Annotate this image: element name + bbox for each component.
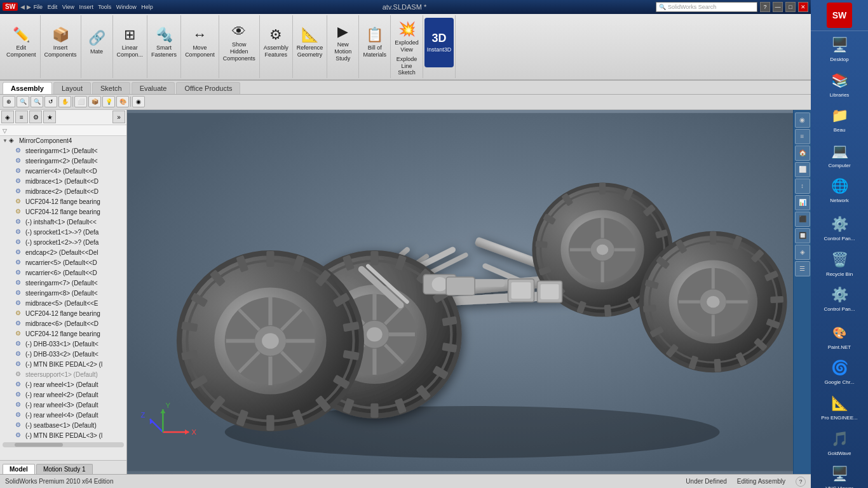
- tree-item-12[interactable]: ⚙ rwcarrier<5> (Default<<D: [0, 258, 126, 268]
- taskbar-recycle-bin[interactable]: 🗑️ Recycle Bin: [814, 246, 865, 281]
- taskbar-pro-engineer[interactable]: 📐 Pro ENGINEE...: [814, 390, 865, 425]
- tree-item-10[interactable]: ⚙ (-) sprocket1<2>->? (Defa: [0, 238, 126, 248]
- tree-item-4[interactable]: ⚙ midbrace<1> (Default<<D: [0, 177, 126, 187]
- search-input[interactable]: 🔍 SolidWorks Search: [656, 2, 757, 12]
- view-orientation-button[interactable]: 📦: [88, 96, 101, 107]
- feature-tree[interactable]: ▼ ◈ MirrorComponent4 ⚙ steeringarm<1> (D…: [0, 136, 126, 460]
- smart-fasteners-button[interactable]: 🔩 SmartFasteners: [149, 18, 179, 67]
- view-tool-8[interactable]: 🔲: [795, 228, 810, 243]
- 3d-viewport[interactable]: X Z Y ◉ ≡ 🏠 ⬜ ↕ 📊: [127, 110, 811, 474]
- tree-item-5[interactable]: ⚙ midbrace<2> (Default<<D: [0, 187, 126, 197]
- tree-item-7[interactable]: ⚙ UCF204-12 flange bearing: [0, 207, 126, 217]
- tree-item-6[interactable]: ⚙ UCF204-12 flange bearing: [0, 197, 126, 207]
- zoom-out-button[interactable]: 🔍: [31, 96, 43, 107]
- model-tab[interactable]: Model: [3, 464, 35, 474]
- tree-item-11[interactable]: ⚙ endcap<2> (Default<<Del: [0, 248, 126, 258]
- tab-office-products[interactable]: Office Products: [176, 82, 240, 94]
- taskbar-chrome[interactable]: 🌀 Google Chr...: [814, 354, 865, 390]
- tree-item-24[interactable]: ⚙ (-) rear wheel<1> (Default: [0, 380, 126, 390]
- tree-item-26[interactable]: ⚙ (-) rear wheel<3> (Default: [0, 400, 126, 410]
- close-button[interactable]: ✕: [798, 2, 808, 12]
- reference-geometry-button[interactable]: 📐 ReferenceGeometry: [294, 18, 326, 67]
- taskbar-computer[interactable]: 💻 Computer: [814, 137, 865, 173]
- tree-item-3[interactable]: ⚙ rwcarrier<4> (Default<<D: [0, 166, 126, 177]
- assembly-features-button[interactable]: ⚙ AssemblyFeatures: [261, 18, 291, 67]
- zoom-in-button[interactable]: 🔍: [17, 96, 29, 107]
- taskbar-libraries[interactable]: 📚 Libraries: [814, 67, 865, 102]
- lights-button[interactable]: 💡: [102, 96, 115, 107]
- show-hidden-button[interactable]: 👁 ShowHiddenComponents: [220, 18, 258, 67]
- tree-item-23[interactable]: ⚙ steersupport<1> (Default): [0, 370, 126, 380]
- taskbar-control-panel-2[interactable]: ⚙️ Control Pan...: [814, 281, 865, 316]
- mate-button[interactable]: 🔗 Mate: [83, 18, 111, 67]
- tab-sketch[interactable]: Sketch: [92, 82, 130, 94]
- rotate-button[interactable]: ↺: [44, 96, 57, 107]
- tree-item-15[interactable]: ⚙ steeringarm<8> (Default<: [0, 288, 126, 299]
- beau-label: Beau: [834, 127, 846, 133]
- tree-item-1[interactable]: ⚙ steeringarm<1> (Default<: [0, 146, 126, 156]
- explode-line-button[interactable]: ExplodeLineSketch: [393, 57, 421, 76]
- linear-component-button[interactable]: ⊞ LinearCompon...: [114, 18, 146, 67]
- property-manager-button[interactable]: ≡: [15, 111, 28, 123]
- taskbar-desktop[interactable]: 🖥️ Desktop: [814, 31, 865, 67]
- pan-button[interactable]: ✋: [58, 96, 71, 107]
- section-view-button[interactable]: ◉: [132, 96, 145, 107]
- view-tool-3[interactable]: 🏠: [795, 146, 810, 161]
- help-button[interactable]: ?: [760, 2, 770, 12]
- tree-item-19[interactable]: ⚙ UCF204-12 flange bearing: [0, 329, 126, 339]
- tab-evaluate[interactable]: Evaluate: [132, 82, 175, 94]
- tree-item-17[interactable]: ⚙ UCF204-12 flange bearing: [0, 309, 126, 319]
- tree-item-21[interactable]: ⚙ (-) DHB-033<2> (Default<: [0, 349, 126, 360]
- tree-item-0[interactable]: ▼ ◈ MirrorComponent4: [0, 136, 126, 146]
- tree-item-22[interactable]: ⚙ (-) MTN BIKE PEDAL<2> (l: [0, 360, 126, 370]
- help-icon[interactable]: ?: [796, 477, 806, 487]
- tree-item-16[interactable]: ⚙ midbrace<5> (Default<<E: [0, 299, 126, 309]
- horizontal-scrollbar[interactable]: [3, 442, 124, 447]
- view-tool-7[interactable]: ⬛: [795, 212, 810, 227]
- taskbar-control-panel[interactable]: ⚙️ Control Pan...: [814, 210, 865, 246]
- zoom-to-fit-button[interactable]: ⊕: [3, 96, 15, 107]
- motion-study-tab[interactable]: Motion Study 1: [36, 464, 93, 474]
- expand-panel-button[interactable]: »: [112, 111, 125, 123]
- tree-item-20[interactable]: ⚙ (-) DHB-033<1> (Default<: [0, 339, 126, 349]
- tree-item-29[interactable]: ⚙ (-) MTN BIKE PEDAL<3> (l: [0, 431, 126, 441]
- view-tool-10[interactable]: ☰: [795, 261, 810, 276]
- view-tool-2[interactable]: ≡: [795, 129, 810, 144]
- tree-item-9[interactable]: ⚙ (-) sprocket1<1>->? (Defa: [0, 227, 126, 238]
- windows-start-logo[interactable]: SW: [827, 3, 852, 28]
- taskbar-network[interactable]: 🌐 Network: [814, 172, 865, 208]
- exploded-view-button[interactable]: 💥 ExplodedView: [392, 18, 421, 57]
- tree-item-27[interactable]: ⚙ (-) rear wheel<4> (Default: [0, 410, 126, 421]
- taskbar-beau[interactable]: 📁 Beau: [814, 102, 865, 137]
- bill-of-materials-button[interactable]: 📋 Bill ofMaterials: [360, 18, 389, 67]
- config-manager-button[interactable]: ⚙: [29, 111, 42, 123]
- maximize-button[interactable]: □: [785, 2, 796, 12]
- minimize-button[interactable]: —: [773, 2, 783, 12]
- favorites-button[interactable]: ★: [43, 111, 56, 123]
- taskbar-paint-net[interactable]: 🎨 Paint.NET: [814, 319, 865, 355]
- tree-item-14[interactable]: ⚙ steeringarm<7> (Default<: [0, 278, 126, 288]
- tree-item-13[interactable]: ⚙ rwcarrier<6> (Default<<D: [0, 268, 126, 278]
- tree-item-25[interactable]: ⚙ (-) rear wheel<2> (Default: [0, 390, 126, 400]
- display-style-button[interactable]: ⬜: [74, 96, 87, 107]
- view-tool-4[interactable]: ⬜: [795, 162, 810, 177]
- tab-layout[interactable]: Layout: [53, 82, 91, 94]
- view-tool-1[interactable]: ◉: [795, 112, 810, 128]
- tree-item-28[interactable]: ⚙ (-) seatbase<1> (Default): [0, 421, 126, 431]
- tree-item-8[interactable]: ⚙ (-) intshaft<1> (Default<<: [0, 217, 126, 227]
- tab-assembly[interactable]: Assembly: [3, 82, 52, 94]
- view-tool-9[interactable]: ◈: [795, 245, 810, 260]
- view-tool-5[interactable]: ↕: [795, 179, 810, 194]
- insert-components-button[interactable]: 📦 InsertComponents: [42, 18, 79, 67]
- tree-item-2[interactable]: ⚙ steeringarm<2> (Default<: [0, 156, 126, 166]
- move-component-button[interactable]: ↔ MoveComponent: [182, 18, 217, 67]
- view-tool-6[interactable]: 📊: [795, 195, 810, 210]
- new-motion-study-button[interactable]: ▶ NewMotionStudy: [329, 18, 357, 67]
- edit-component-button[interactable]: ✏️ EditComponent: [4, 18, 39, 67]
- instant3d-button[interactable]: 3D Instant3D: [424, 18, 454, 67]
- tree-item-18[interactable]: ⚙ midbrace<6> (Default<<D: [0, 319, 126, 329]
- taskbar-goldwave[interactable]: 🎵 GoldWave: [814, 425, 865, 461]
- appearance-button[interactable]: 🎨: [116, 96, 129, 107]
- taskbar-vnc[interactable]: 🖥️ VNC Viewer: [814, 460, 865, 488]
- feature-manager-button[interactable]: ◈: [1, 111, 14, 123]
